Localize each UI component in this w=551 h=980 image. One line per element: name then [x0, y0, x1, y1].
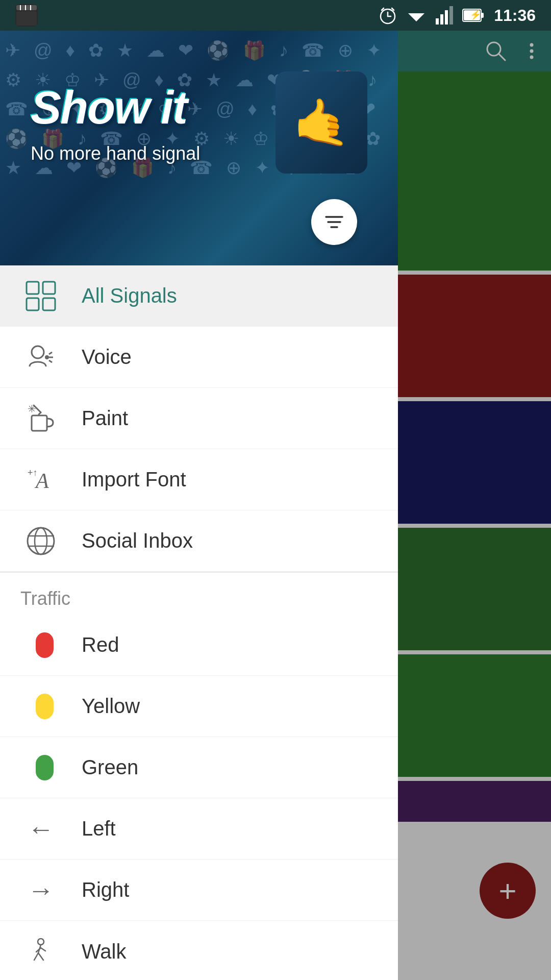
menu-item-green[interactable]: Green: [0, 737, 398, 798]
svg-rect-12: [436, 18, 439, 24]
menu-item-voice[interactable]: Voice: [0, 327, 398, 388]
menu-item-social-inbox[interactable]: Social Inbox: [0, 510, 398, 572]
left-arrow-icon: ←: [20, 808, 61, 849]
menu-item-walk[interactable]: Walk: [0, 921, 398, 980]
traffic-section-header: Traffic: [0, 573, 398, 615]
banner-title: Show it: [31, 82, 187, 134]
menu-item-all-signals[interactable]: All Signals: [0, 265, 398, 327]
all-signals-icon: [20, 276, 61, 316]
svg-point-32: [32, 346, 44, 358]
svg-rect-37: [32, 415, 47, 431]
green-dot-icon: [20, 747, 61, 788]
app-icon: [15, 4, 38, 27]
svg-point-43: [28, 528, 54, 554]
menu-item-import-font[interactable]: A +↑ Import Font: [0, 449, 398, 510]
menu-section: All Signals Voice: [0, 265, 398, 980]
signal-icon: [436, 6, 453, 24]
right-label: Right: [82, 878, 129, 901]
svg-point-44: [35, 528, 47, 554]
green-label: Green: [82, 756, 138, 779]
svg-rect-28: [27, 282, 39, 294]
status-bar-right: ⚡ 11:36: [379, 6, 536, 25]
import-font-label: Import Font: [82, 468, 186, 491]
svg-point-33: [45, 355, 49, 359]
svg-text:⚡: ⚡: [470, 9, 482, 20]
svg-line-39: [39, 412, 41, 414]
filter-icon: [323, 211, 345, 233]
main-container: + ✈ @ ♦ ✿ ★ ☁ ❤ ⚽ 🎁 ♪ ☎ ⊕ ✦ ⚙ ☀ ♔ ✈ @ ♦ …: [0, 31, 551, 980]
svg-text:+↑: +↑: [28, 468, 38, 478]
svg-marker-11: [408, 13, 424, 21]
voice-label: Voice: [82, 346, 132, 369]
svg-rect-30: [27, 298, 39, 310]
alarm-icon: [379, 6, 397, 24]
red-dot-icon: [20, 625, 61, 666]
svg-rect-13: [440, 14, 443, 24]
svg-line-34: [49, 352, 52, 354]
svg-line-52: [41, 948, 45, 951]
right-arrow-icon: →: [20, 870, 61, 911]
svg-rect-29: [43, 282, 55, 294]
red-label: Red: [82, 633, 119, 656]
yellow-label: Yellow: [82, 695, 140, 718]
svg-rect-1: [16, 5, 37, 10]
time-display: 11:36: [494, 6, 536, 25]
svg-line-36: [49, 360, 52, 362]
menu-item-left[interactable]: ← Left: [0, 798, 398, 860]
svg-rect-17: [481, 13, 484, 18]
svg-point-47: [38, 939, 44, 945]
banner-subtitle: No more hand signal: [31, 143, 200, 164]
all-signals-label: All Signals: [82, 284, 177, 307]
voice-icon: [20, 337, 61, 378]
social-inbox-label: Social Inbox: [82, 529, 193, 552]
battery-icon: ⚡: [462, 6, 485, 24]
menu-item-right[interactable]: → Right: [0, 860, 398, 921]
banner-hand-graphic: 🤙: [276, 71, 367, 174]
status-bar: ⚡ 11:36: [0, 0, 551, 31]
yellow-dot-icon: [20, 686, 61, 727]
svg-rect-15: [449, 6, 453, 24]
navigation-drawer: ✈ @ ♦ ✿ ★ ☁ ❤ ⚽ 🎁 ♪ ☎ ⊕ ✦ ⚙ ☀ ♔ ✈ @ ♦ ✿ …: [0, 31, 398, 980]
wifi-icon: [406, 6, 427, 24]
filter-button[interactable]: [311, 199, 357, 245]
red-circle: [36, 632, 54, 658]
social-inbox-icon: [20, 521, 61, 561]
status-bar-left: [15, 4, 38, 27]
import-font-icon: A +↑: [20, 459, 61, 500]
menu-item-paint[interactable]: ✳ Paint: [0, 388, 398, 449]
svg-line-10: [392, 8, 394, 10]
svg-line-50: [38, 953, 43, 960]
green-circle: [36, 755, 54, 780]
svg-rect-31: [43, 298, 55, 310]
paint-label: Paint: [82, 407, 128, 430]
left-label: Left: [82, 817, 116, 840]
paint-icon: ✳: [20, 398, 61, 439]
walk-icon: [20, 931, 61, 972]
svg-line-49: [34, 953, 38, 960]
dim-overlay: [398, 31, 551, 980]
banner: ✈ @ ♦ ✿ ★ ☁ ❤ ⚽ 🎁 ♪ ☎ ⊕ ✦ ⚙ ☀ ♔ ✈ @ ♦ ✿ …: [0, 31, 398, 265]
menu-item-yellow[interactable]: Yellow: [0, 676, 398, 737]
svg-rect-14: [445, 10, 448, 24]
menu-item-red[interactable]: Red: [0, 615, 398, 676]
walk-label: Walk: [82, 940, 126, 963]
yellow-circle: [36, 694, 54, 719]
svg-line-9: [382, 8, 384, 10]
svg-text:✳: ✳: [28, 403, 36, 414]
svg-rect-5: [16, 11, 37, 26]
